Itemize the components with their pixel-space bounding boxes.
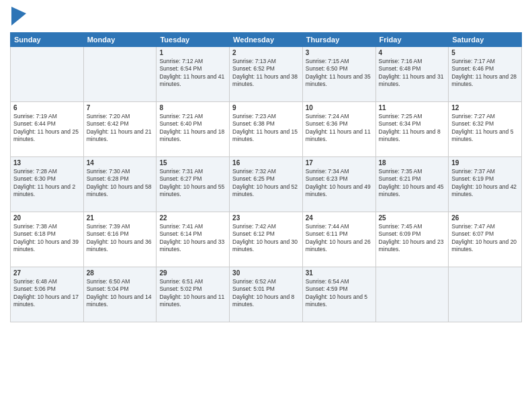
cell-content: Sunrise: 6:51 AMSunset: 5:02 PMDaylight:… xyxy=(159,278,226,309)
cell-content: Sunrise: 7:42 AMSunset: 6:12 PMDaylight:… xyxy=(232,223,300,254)
calendar-row-5: 27Sunrise: 6:48 AMSunset: 5:06 PMDayligh… xyxy=(11,267,522,322)
day-number: 8 xyxy=(159,104,226,111)
calendar-cell-3-7: 19Sunrise: 7:37 AMSunset: 6:19 PMDayligh… xyxy=(449,157,522,212)
cell-content: Sunrise: 7:38 AMSunset: 6:18 PMDaylight:… xyxy=(13,223,81,254)
weekday-header-monday: Monday xyxy=(83,33,157,47)
weekday-header-sunday: Sunday xyxy=(11,33,84,47)
svg-marker-0 xyxy=(11,7,26,26)
day-number: 23 xyxy=(232,214,300,222)
day-number: 28 xyxy=(87,269,154,277)
cell-content: Sunrise: 7:44 AMSunset: 6:11 PMDaylight:… xyxy=(306,223,373,254)
calendar-row-4: 20Sunrise: 7:38 AMSunset: 6:18 PMDayligh… xyxy=(11,212,522,267)
day-number: 20 xyxy=(13,214,81,222)
calendar-row-1: 1Sunrise: 7:12 AMSunset: 6:54 PMDaylight… xyxy=(11,47,522,102)
calendar-cell-4-7: 26Sunrise: 7:47 AMSunset: 6:07 PMDayligh… xyxy=(449,212,522,267)
calendar-cell-1-5: 3Sunrise: 7:15 AMSunset: 6:50 PMDaylight… xyxy=(302,47,375,102)
cell-content: Sunrise: 7:13 AMSunset: 6:52 PMDaylight:… xyxy=(232,58,300,89)
cell-content: Sunrise: 7:41 AMSunset: 6:14 PMDaylight:… xyxy=(159,223,226,254)
day-number: 12 xyxy=(451,104,519,111)
day-number: 4 xyxy=(379,49,446,56)
calendar-cell-2-5: 10Sunrise: 7:24 AMSunset: 6:36 PMDayligh… xyxy=(302,102,375,157)
cell-content: Sunrise: 6:54 AMSunset: 4:59 PMDaylight:… xyxy=(306,278,373,309)
calendar-cell-2-1: 6Sunrise: 7:19 AMSunset: 6:44 PMDaylight… xyxy=(11,102,84,157)
calendar-cell-5-7 xyxy=(449,267,522,322)
weekday-header-thursday: Thursday xyxy=(302,33,375,47)
cell-content: Sunrise: 7:31 AMSunset: 6:27 PMDaylight:… xyxy=(159,168,226,199)
day-number: 1 xyxy=(159,49,226,56)
day-number: 7 xyxy=(87,104,154,111)
weekday-header-row: SundayMondayTuesdayWednesdayThursdayFrid… xyxy=(11,33,522,47)
calendar-cell-2-7: 12Sunrise: 7:27 AMSunset: 6:32 PMDayligh… xyxy=(449,102,522,157)
day-number: 14 xyxy=(87,159,154,167)
calendar-cell-1-1 xyxy=(11,47,84,102)
day-number: 13 xyxy=(13,159,81,167)
calendar-cell-5-3: 29Sunrise: 6:51 AMSunset: 5:02 PMDayligh… xyxy=(157,267,230,322)
logo-icon xyxy=(11,7,26,28)
calendar-cell-2-3: 8Sunrise: 7:21 AMSunset: 6:40 PMDaylight… xyxy=(157,102,230,157)
calendar-cell-3-3: 15Sunrise: 7:31 AMSunset: 6:27 PMDayligh… xyxy=(157,157,230,212)
calendar-cell-2-6: 11Sunrise: 7:25 AMSunset: 6:34 PMDayligh… xyxy=(375,102,449,157)
day-number: 19 xyxy=(451,159,519,167)
day-number: 29 xyxy=(159,269,226,277)
cell-content: Sunrise: 7:27 AMSunset: 6:32 PMDaylight:… xyxy=(451,113,519,144)
cell-content: Sunrise: 7:20 AMSunset: 6:42 PMDaylight:… xyxy=(87,113,154,144)
day-number: 22 xyxy=(159,214,226,222)
calendar-cell-3-6: 18Sunrise: 7:35 AMSunset: 6:21 PMDayligh… xyxy=(375,157,449,212)
calendar-cell-3-4: 16Sunrise: 7:32 AMSunset: 6:25 PMDayligh… xyxy=(230,157,303,212)
weekday-header-tuesday: Tuesday xyxy=(157,33,230,47)
cell-content: Sunrise: 7:39 AMSunset: 6:16 PMDaylight:… xyxy=(87,223,154,254)
cell-content: Sunrise: 7:19 AMSunset: 6:44 PMDaylight:… xyxy=(13,113,81,144)
day-number: 31 xyxy=(306,269,373,277)
calendar-cell-2-2: 7Sunrise: 7:20 AMSunset: 6:42 PMDaylight… xyxy=(83,102,157,157)
cell-content: Sunrise: 7:23 AMSunset: 6:38 PMDaylight:… xyxy=(232,113,300,144)
day-number: 10 xyxy=(306,104,373,111)
weekday-header-saturday: Saturday xyxy=(449,33,522,47)
day-number: 21 xyxy=(87,214,154,222)
calendar-cell-4-3: 22Sunrise: 7:41 AMSunset: 6:14 PMDayligh… xyxy=(157,212,230,267)
calendar-cell-5-6 xyxy=(375,267,449,322)
calendar-cell-5-2: 28Sunrise: 6:50 AMSunset: 5:04 PMDayligh… xyxy=(83,267,157,322)
calendar-cell-1-3: 1Sunrise: 7:12 AMSunset: 6:54 PMDaylight… xyxy=(157,47,230,102)
cell-content: Sunrise: 7:47 AMSunset: 6:07 PMDaylight:… xyxy=(451,223,519,254)
calendar-table: SundayMondayTuesdayWednesdayThursdayFrid… xyxy=(10,32,522,322)
cell-content: Sunrise: 7:34 AMSunset: 6:23 PMDaylight:… xyxy=(306,168,373,199)
cell-content: Sunrise: 7:32 AMSunset: 6:25 PMDaylight:… xyxy=(232,168,300,199)
day-number: 9 xyxy=(232,104,300,111)
calendar-row-3: 13Sunrise: 7:28 AMSunset: 6:30 PMDayligh… xyxy=(11,157,522,212)
day-number: 26 xyxy=(451,214,519,222)
day-number: 17 xyxy=(306,159,373,167)
calendar-cell-1-7: 5Sunrise: 7:17 AMSunset: 6:46 PMDaylight… xyxy=(449,47,522,102)
cell-content: Sunrise: 7:15 AMSunset: 6:50 PMDaylight:… xyxy=(306,58,373,89)
cell-content: Sunrise: 7:35 AMSunset: 6:21 PMDaylight:… xyxy=(379,168,446,199)
cell-content: Sunrise: 7:45 AMSunset: 6:09 PMDaylight:… xyxy=(379,223,446,254)
day-number: 25 xyxy=(379,214,446,222)
cell-content: Sunrise: 7:37 AMSunset: 6:19 PMDaylight:… xyxy=(451,168,519,199)
calendar-cell-3-5: 17Sunrise: 7:34 AMSunset: 6:23 PMDayligh… xyxy=(302,157,375,212)
day-number: 6 xyxy=(13,104,81,111)
day-number: 3 xyxy=(306,49,373,56)
cell-content: Sunrise: 7:24 AMSunset: 6:36 PMDaylight:… xyxy=(306,113,373,144)
cell-content: Sunrise: 7:16 AMSunset: 6:48 PMDaylight:… xyxy=(379,58,446,89)
calendar-cell-1-6: 4Sunrise: 7:16 AMSunset: 6:48 PMDaylight… xyxy=(375,47,449,102)
calendar-cell-4-6: 25Sunrise: 7:45 AMSunset: 6:09 PMDayligh… xyxy=(375,212,449,267)
day-number: 5 xyxy=(451,49,519,56)
day-number: 15 xyxy=(159,159,226,167)
cell-content: Sunrise: 6:50 AMSunset: 5:04 PMDaylight:… xyxy=(87,278,154,309)
calendar-cell-1-4: 2Sunrise: 7:13 AMSunset: 6:52 PMDaylight… xyxy=(230,47,303,102)
calendar-cell-5-5: 31Sunrise: 6:54 AMSunset: 4:59 PMDayligh… xyxy=(302,267,375,322)
cell-content: Sunrise: 6:52 AMSunset: 5:01 PMDaylight:… xyxy=(232,278,300,309)
calendar-cell-4-4: 23Sunrise: 7:42 AMSunset: 6:12 PMDayligh… xyxy=(230,212,303,267)
calendar-cell-3-1: 13Sunrise: 7:28 AMSunset: 6:30 PMDayligh… xyxy=(11,157,84,212)
cell-content: Sunrise: 7:25 AMSunset: 6:34 PMDaylight:… xyxy=(379,113,446,144)
calendar-cell-5-1: 27Sunrise: 6:48 AMSunset: 5:06 PMDayligh… xyxy=(11,267,84,322)
weekday-header-wednesday: Wednesday xyxy=(230,33,303,47)
cell-content: Sunrise: 7:30 AMSunset: 6:28 PMDaylight:… xyxy=(87,168,154,199)
day-number: 24 xyxy=(306,214,373,222)
calendar-cell-1-2 xyxy=(83,47,157,102)
cell-content: Sunrise: 7:17 AMSunset: 6:46 PMDaylight:… xyxy=(451,58,519,89)
day-number: 18 xyxy=(379,159,446,167)
cell-content: Sunrise: 7:12 AMSunset: 6:54 PMDaylight:… xyxy=(159,58,226,89)
cell-content: Sunrise: 7:21 AMSunset: 6:40 PMDaylight:… xyxy=(159,113,226,144)
calendar-cell-2-4: 9Sunrise: 7:23 AMSunset: 6:38 PMDaylight… xyxy=(230,102,303,157)
day-number: 27 xyxy=(13,269,81,277)
